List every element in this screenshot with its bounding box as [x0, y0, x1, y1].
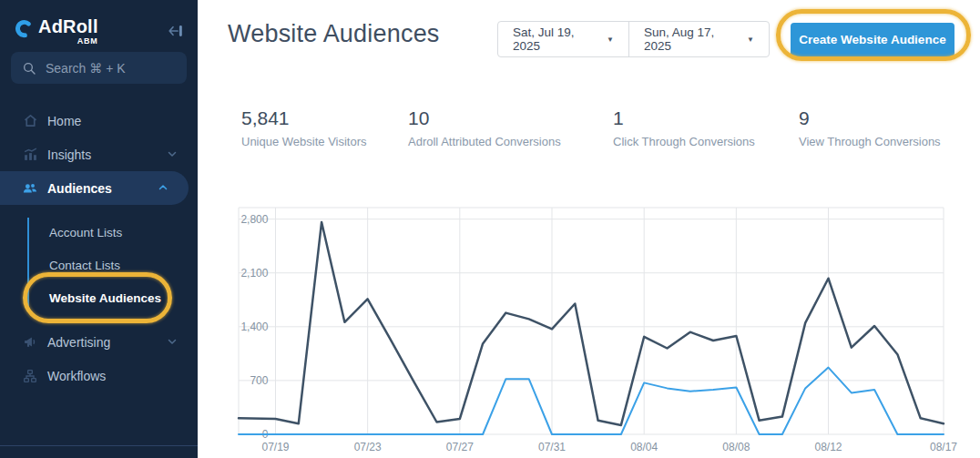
search-input[interactable]: Search ⌘ + K — [11, 52, 187, 84]
adroll-logo[interactable]: AdRoll ABM — [15, 16, 98, 46]
axis-tick-label: 700 — [250, 374, 268, 387]
workflows-icon — [22, 369, 38, 383]
chart-series-dark — [239, 222, 944, 425]
sidebar-item-account-lists[interactable]: Account Lists — [0, 216, 198, 249]
stat-label: Unique Website Visitors — [241, 135, 367, 148]
axis-tick-label: 08/08 — [722, 441, 750, 453]
sidebar-subitem-label: Account Lists — [49, 226, 122, 239]
chart-canvas: 07001,4002,1002,80007/1907/2307/2707/310… — [200, 206, 980, 458]
sidebar-nav: Home Insights — [0, 104, 198, 392]
brand-sub-label: ABM — [77, 36, 98, 46]
create-website-audience-button[interactable]: Create Website Audience — [791, 23, 954, 56]
audiences-icon — [22, 180, 38, 197]
axis-tick-label: 2,100 — [240, 267, 268, 280]
axis-tick-label: 07/19 — [261, 441, 289, 453]
sidebar-item-workflows[interactable]: Workflows — [0, 359, 198, 392]
audiences-sub-list: Account Lists Contact Lists Website Audi… — [0, 205, 198, 314]
chevron-up-icon — [158, 182, 168, 193]
stat-click-through-conversions: 1 Click Through Conversions — [613, 107, 755, 148]
sidebar-item-home[interactable]: Home — [0, 104, 198, 137]
search-placeholder: Search ⌘ + K — [46, 61, 126, 76]
end-date-dropdown[interactable]: Sun, Aug 17, 2025 ▼ — [629, 22, 769, 56]
axis-tick-label: 07/27 — [446, 441, 474, 453]
date-range-picker: Sat, Jul 19, 2025 ▼ Sun, Aug 17, 2025 ▼ — [497, 21, 770, 57]
stat-view-through-conversions: 9 View Through Conversions — [799, 107, 941, 148]
search-icon — [22, 61, 36, 76]
visitors-line-chart: 07001,4002,1002,80007/1907/2307/2707/310… — [200, 206, 980, 458]
sidebar-item-label: Audiences — [47, 181, 112, 196]
end-date-value: Sun, Aug 17, 2025 — [644, 25, 738, 53]
app-window: AdRoll ABM Search ⌘ + K — [0, 0, 980, 458]
start-date-value: Sat, Jul 19, 2025 — [513, 25, 597, 53]
axis-tick-label: 08/17 — [930, 441, 957, 453]
axis-tick-label: 1,400 — [240, 321, 268, 333]
sub-list-indicator — [27, 218, 29, 312]
brand-name: AdRoll — [38, 16, 98, 36]
sidebar-item-contact-lists[interactable]: Contact Lists — [0, 249, 198, 281]
stat-value: 10 — [408, 107, 561, 129]
stat-label: View Through Conversions — [799, 135, 941, 148]
axis-tick-label: 07/23 — [354, 441, 382, 453]
sidebar-item-label: Home — [47, 114, 81, 128]
stat-label: Adroll Attributed Conversions — [408, 135, 561, 148]
adroll-logo-mark-icon — [12, 16, 36, 40]
caret-down-icon: ▼ — [607, 36, 614, 44]
sidebar-item-label: Insights — [47, 148, 91, 162]
stat-value: 5,841 — [241, 107, 367, 129]
start-date-dropdown[interactable]: Sat, Jul 19, 2025 ▼ — [498, 22, 629, 56]
stat-attributed-conversions: 10 Adroll Attributed Conversions — [408, 107, 561, 148]
page-title: Website Audiences — [228, 20, 440, 48]
stats-row: 5,841 Unique Website Visitors 10 Adroll … — [198, 107, 980, 153]
sidebar-item-audiences[interactable]: Audiences — [0, 171, 189, 205]
sidebar-subitem-label: Contact Lists — [49, 259, 120, 272]
sidebar-item-website-audiences[interactable]: Website Audiences — [0, 281, 198, 314]
collapse-sidebar-icon[interactable] — [168, 24, 183, 42]
sidebar-subitem-label: Website Audiences — [49, 291, 161, 305]
axis-tick-label: 08/12 — [815, 441, 842, 453]
sidebar-item-insights[interactable]: Insights — [0, 137, 198, 171]
sidebar: AdRoll ABM Search ⌘ + K — [0, 0, 198, 458]
stat-unique-visitors: 5,841 Unique Website Visitors — [241, 107, 367, 148]
sidebar-divider — [0, 445, 198, 446]
sidebar-item-label: Advertising — [47, 335, 110, 350]
caret-down-icon: ▼ — [747, 36, 754, 44]
axis-tick-label: 07/31 — [538, 441, 566, 453]
home-icon — [22, 113, 38, 128]
main-content: Website Audiences Sat, Jul 19, 2025 ▼ Su… — [198, 0, 980, 458]
axis-tick-label: 08/04 — [630, 441, 658, 453]
chevron-down-icon — [167, 148, 178, 159]
sidebar-item-label: Workflows — [47, 369, 106, 383]
insights-icon — [22, 147, 38, 162]
stat-value: 9 — [799, 107, 941, 129]
stat-label: Click Through Conversions — [613, 135, 755, 148]
advertising-icon — [22, 334, 38, 350]
axis-tick-label: 2,800 — [240, 213, 268, 226]
chart-series-blue — [239, 368, 944, 434]
chevron-down-icon — [167, 336, 178, 347]
sidebar-item-advertising[interactable]: Advertising — [0, 325, 198, 359]
stat-value: 1 — [613, 107, 755, 129]
